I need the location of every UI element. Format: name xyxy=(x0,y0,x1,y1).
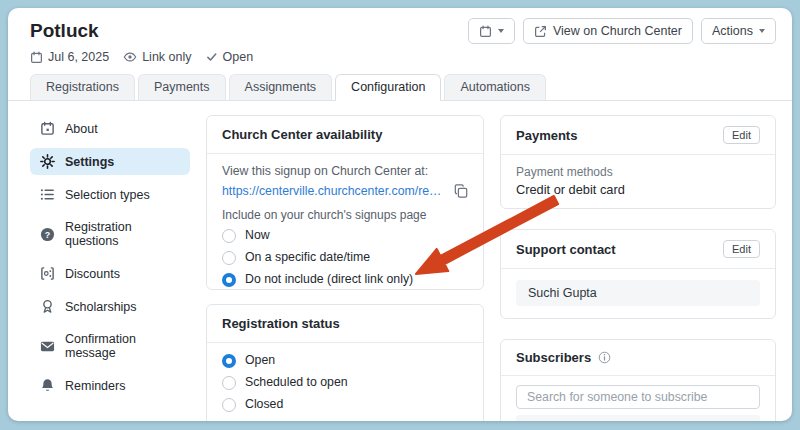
sidebar-item-discounts[interactable]: Discounts xyxy=(30,260,190,287)
calendar-icon xyxy=(479,25,492,38)
availability-card-header: Church Center availability xyxy=(207,116,483,154)
availability-card-body: View this signup on Church Center at: ht… xyxy=(207,154,483,290)
support-contact-body: Suchi Gupta xyxy=(501,269,775,316)
actions-button-label: Actions xyxy=(712,24,753,38)
gear-icon xyxy=(40,154,55,169)
sidebar-item-about[interactable]: About xyxy=(30,115,190,142)
tab-configuration[interactable]: Configuration xyxy=(335,74,441,101)
radio-control[interactable] xyxy=(222,251,236,265)
header-actions: View on Church Center Actions xyxy=(468,18,776,44)
radio-option-open[interactable]: Open xyxy=(222,353,468,368)
page-header: Potluck View on Church Center Actions xyxy=(8,18,792,44)
registration-status-body: Open Scheduled to open Closed Close regi… xyxy=(207,343,483,421)
coupon-icon xyxy=(40,266,55,281)
bell-icon xyxy=(40,378,55,393)
radio-control[interactable] xyxy=(222,229,236,243)
support-contact-title: Support contact xyxy=(516,241,616,258)
right-column: Payments Edit Payment methods Credit or … xyxy=(500,115,776,421)
registration-detail-page: Potluck View on Church Center Actions xyxy=(8,8,792,421)
signup-link-row: https://centerville.churchcenter.com/reg… xyxy=(222,183,468,199)
church-center-availability-card: Church Center availability View this sig… xyxy=(206,115,484,290)
radio-control[interactable] xyxy=(222,398,236,412)
view-signup-label: View this signup on Church Center at: xyxy=(222,164,468,179)
tab-automations[interactable]: Automations xyxy=(444,74,545,100)
event-meta: Jul 6, 2025 Link only Open xyxy=(8,48,792,66)
availability-card-title: Church Center availability xyxy=(222,126,382,143)
radio-control-selected[interactable] xyxy=(222,273,236,287)
support-contact-name: Suchi Gupta xyxy=(516,280,760,306)
subscribers-card: Subscribers Suchi Gupta xyxy=(500,339,776,421)
support-contact-card: Support contact Edit Suchi Gupta xyxy=(500,229,776,319)
sidebar-item-selection-types[interactable]: Selection types xyxy=(30,181,190,208)
calendar-dropdown-button[interactable] xyxy=(468,18,515,44)
payment-methods-value: Credit or debit card xyxy=(516,182,760,198)
eye-icon xyxy=(123,50,137,64)
payments-card: Payments Edit Payment methods Credit or … xyxy=(500,115,776,209)
payments-card-body: Payment methods Credit or debit card xyxy=(501,155,775,208)
sidebar-item-registration-questions[interactable]: ? Registration questions xyxy=(30,214,190,254)
content-area: About Settings Selection types ? Registr… xyxy=(8,101,792,421)
registration-status-header: Registration status xyxy=(207,305,483,343)
tab-assignments[interactable]: Assignments xyxy=(229,74,333,100)
payments-card-header: Payments Edit xyxy=(501,116,775,155)
payments-card-title: Payments xyxy=(516,127,577,144)
settings-sidebar: About Settings Selection types ? Registr… xyxy=(30,115,190,421)
payment-methods-label: Payment methods xyxy=(516,165,760,179)
envelope-icon xyxy=(40,339,55,354)
subscribers-title-wrap: Subscribers xyxy=(516,349,611,366)
calendar-icon xyxy=(30,51,43,64)
radio-option-scheduled-to-open[interactable]: Scheduled to open xyxy=(222,375,468,390)
sidebar-item-reminders[interactable]: Reminders xyxy=(30,372,190,399)
external-link-icon xyxy=(534,25,547,38)
sidebar-item-scholarships[interactable]: Scholarships xyxy=(30,293,190,320)
radio-control-selected[interactable] xyxy=(222,354,236,368)
event-date: Jul 6, 2025 xyxy=(30,50,109,64)
svg-text:?: ? xyxy=(45,229,50,239)
subscribers-body: Suchi Gupta xyxy=(501,376,775,421)
registration-status-card: Registration status Open Scheduled to op… xyxy=(206,304,484,421)
signup-url-link[interactable]: https://centerville.churchcenter.com/reg… xyxy=(222,184,444,198)
calendar-icon xyxy=(40,121,55,136)
radio-option-specific-datetime[interactable]: On a specific date/time xyxy=(222,250,468,265)
subscribers-header: Subscribers xyxy=(501,340,775,376)
question-circle-icon: ? xyxy=(40,227,55,242)
page-title: Potluck xyxy=(30,18,99,44)
actions-button[interactable]: Actions xyxy=(701,18,776,44)
radio-control[interactable] xyxy=(222,376,236,390)
subscribers-title: Subscribers xyxy=(516,349,591,366)
medal-icon xyxy=(40,299,55,314)
radio-option-now[interactable]: Now xyxy=(222,228,468,243)
subscriber-row: Suchi Gupta xyxy=(516,415,760,421)
subscriber-search-input[interactable] xyxy=(516,385,760,409)
include-label: Include on your church's signups page xyxy=(222,208,468,222)
support-contact-header: Support contact Edit xyxy=(501,230,775,269)
open-status: Open xyxy=(206,50,254,64)
radio-option-closed[interactable]: Closed xyxy=(222,397,468,412)
info-icon[interactable] xyxy=(598,351,611,364)
list-icon xyxy=(40,187,55,202)
copy-icon[interactable] xyxy=(454,184,468,198)
tab-payments[interactable]: Payments xyxy=(138,74,226,100)
chevron-down-icon xyxy=(759,29,765,33)
sidebar-item-settings[interactable]: Settings xyxy=(30,148,190,175)
sidebar-item-confirmation-message[interactable]: Confirmation message xyxy=(30,326,190,366)
include-options: Now On a specific date/time Do not inclu… xyxy=(222,228,468,287)
tab-registrations[interactable]: Registrations xyxy=(30,74,135,100)
check-icon xyxy=(206,51,218,63)
view-button-label: View on Church Center xyxy=(553,24,682,38)
chevron-down-icon xyxy=(498,29,504,33)
main-column: Church Center availability View this sig… xyxy=(206,115,484,421)
tab-bar: Registrations Payments Assignments Confi… xyxy=(8,74,792,101)
view-on-church-center-button[interactable]: View on Church Center xyxy=(523,18,693,44)
support-contact-edit-button[interactable]: Edit xyxy=(723,240,760,258)
payments-edit-button[interactable]: Edit xyxy=(723,126,760,144)
radio-option-do-not-include[interactable]: Do not include (direct link only) xyxy=(222,272,468,287)
registration-status-title: Registration status xyxy=(222,315,340,332)
visibility-status: Link only xyxy=(123,50,191,64)
